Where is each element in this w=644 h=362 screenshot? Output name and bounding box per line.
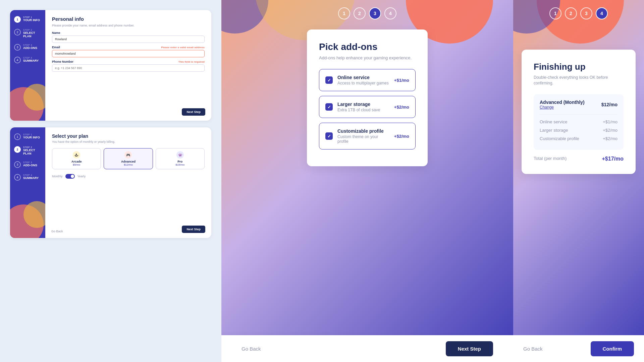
mini-step-num-3: 3: [14, 44, 21, 51]
name-label: Name: [52, 31, 205, 35]
toggle-row: Monthly Yearly: [52, 174, 205, 179]
summary-addon-online: Online service +$1/mo: [540, 119, 618, 124]
center-step-1[interactable]: 1: [338, 7, 350, 19]
summary-addon-storage: Larger storage +$2/mo: [540, 128, 618, 133]
email-label: Email Please enter a valid email address: [52, 46, 205, 49]
card2-back-button[interactable]: Go Back: [51, 230, 63, 233]
monthly-label: Monthly: [52, 175, 63, 178]
pro-icon: 👾: [176, 151, 184, 159]
mini-step-4: 4 STEP 4 SUMMARY: [14, 57, 41, 63]
center-bottom-bar: Go Back Next Step: [221, 335, 513, 362]
personal-info-title: Personal info: [52, 16, 205, 22]
mini-step-1: 1 STEP 1 YOUR INFO: [14, 16, 41, 23]
center-step-2[interactable]: 2: [354, 7, 366, 19]
email-error: Please enter a valid email address: [161, 46, 205, 49]
mini-step-3: 3 STEP 3 ADD-ONS: [14, 44, 41, 51]
finishing-subtitle: Double-check everything looks OK before …: [534, 75, 624, 86]
yearly-label: Yearly: [77, 175, 86, 178]
center-next-step-button[interactable]: Next Step: [446, 341, 493, 356]
summary-profile-label: Customizable profile: [540, 136, 579, 141]
right-go-back-button[interactable]: Go Back: [523, 346, 543, 352]
addon-online-price: +$1/mo: [394, 78, 409, 83]
summary-divider: [540, 114, 618, 115]
center-step-3[interactable]: 3: [369, 7, 381, 19]
phone-error: This field is required: [178, 60, 205, 63]
addon-profile-name: Customizable profile: [337, 128, 389, 134]
summary-storage-price: +$2/mo: [603, 128, 618, 133]
addon-custom-profile[interactable]: ✓ Customizable profile Custom theme on y…: [319, 123, 416, 149]
addons-title: Pick add-ons: [319, 42, 416, 52]
addon-checkbox-online[interactable]: ✓: [325, 76, 333, 84]
card1-next-button[interactable]: Next Step: [182, 108, 205, 116]
mini-step-num-2: 2: [14, 29, 21, 36]
plan-advanced[interactable]: 🎮 Advanced $12/mo: [104, 148, 153, 169]
summary-online-label: Online service: [540, 119, 567, 124]
right-step-1[interactable]: 1: [549, 7, 561, 19]
check-icon-online: ✓: [327, 78, 331, 83]
addon-online-desc: Access to multiplayer games: [337, 81, 389, 85]
mini-step2-3: 3 STEP 3 ADD-ONS: [14, 161, 41, 168]
summary-online-price: +$1/mo: [603, 119, 618, 124]
finishing-up-card: Finishing up Double-check everything loo…: [522, 50, 636, 174]
mini-sidebar-2: 1 STEP 1 YOUR INFO 2 STEP 2 SELECT PLAN …: [10, 127, 45, 238]
finishing-title: Finishing up: [534, 62, 624, 72]
center-panel: 1 2 3 4 Pick add-ons Add-ons help enhanc…: [221, 0, 513, 362]
email-input[interactable]: [52, 50, 205, 57]
confirm-button[interactable]: Confirm: [591, 341, 634, 356]
summary-plan-block: Advanced (Monthly) Change $12/mo Online …: [534, 94, 624, 150]
addon-storage-price: +$2/mo: [394, 105, 409, 110]
summary-plan-row: Advanced (Monthly) Change $12/mo: [540, 100, 618, 110]
right-step-4[interactable]: 4: [596, 7, 608, 19]
addon-storage-desc: Extra 1TB of cloud save: [337, 108, 389, 112]
summary-plan-price: $12/mo: [601, 102, 618, 107]
mini-step2-4: 4 STEP 4 SUMMARY: [14, 174, 41, 181]
billing-toggle[interactable]: [65, 174, 75, 179]
center-steps: 1 2 3 4: [338, 7, 396, 19]
mini-step2-1: 1 STEP 1 YOUR INFO: [14, 133, 41, 140]
addon-online-name: Online service: [337, 75, 389, 80]
right-panel: 1 2 3 4 Finishing up Double-check everyt…: [513, 0, 644, 362]
addons-card: Pick add-ons Add-ons help enhance your g…: [307, 29, 428, 166]
right-step-2[interactable]: 2: [565, 7, 577, 19]
plan-subtitle: You have the option of monthly or yearly…: [52, 140, 205, 143]
addon-storage-name: Larger storage: [337, 102, 389, 107]
addon-online-service[interactable]: ✓ Online service Access to multiplayer g…: [319, 69, 416, 91]
addon-larger-storage[interactable]: ✓ Larger storage Extra 1TB of cloud save…: [319, 96, 416, 118]
select-plan-card: 1 STEP 1 YOUR INFO 2 STEP 2 SELECT PLAN …: [10, 127, 211, 238]
advanced-name: Advanced: [108, 160, 148, 163]
mini-step-num-4: 4: [14, 57, 21, 63]
summary-addon-profile: Customizable profile +$2/mo: [540, 136, 618, 141]
center-step-4[interactable]: 4: [384, 7, 396, 19]
mini-step-2: 2 STEP 2 SELECT PLAN: [14, 29, 41, 38]
right-bottom-bar: Go Back Confirm: [513, 335, 644, 362]
mini-step-num-1: 1: [14, 16, 21, 23]
mini-step2-2: 2 STEP 2 SELECT PLAN: [14, 146, 41, 155]
right-steps: 1 2 3 4: [549, 7, 608, 19]
center-go-back-button[interactable]: Go Back: [241, 346, 261, 352]
left-panel: 1 STEP 1 YOUR INFO 2 STEP 2 SELECT PLAN …: [0, 0, 221, 362]
summary-profile-price: +$2/mo: [603, 136, 618, 141]
plan-pro[interactable]: 👾 Pro $15/mo: [156, 148, 205, 169]
check-icon-profile: ✓: [327, 134, 331, 139]
right-step-3[interactable]: 3: [580, 7, 592, 19]
summary-change-link[interactable]: Change: [540, 105, 585, 110]
personal-info-card: 1 STEP 1 YOUR INFO 2 STEP 2 SELECT PLAN …: [10, 10, 211, 121]
plan-arcade[interactable]: 🕹 Arcade $9/mo: [52, 148, 101, 169]
advanced-icon: 🎮: [124, 151, 132, 159]
select-plan-content: Select your plan You have the option of …: [45, 127, 211, 238]
personal-info-subtitle: Please provide your name, email address …: [52, 24, 205, 27]
name-input[interactable]: [52, 36, 205, 43]
personal-info-content: Personal info Please provide your name, …: [45, 10, 211, 121]
phone-input[interactable]: [52, 64, 205, 72]
addon-checkbox-profile[interactable]: ✓: [325, 132, 333, 140]
addon-checkbox-storage[interactable]: ✓: [325, 103, 333, 111]
addon-profile-desc: Custom theme on your profile: [337, 134, 389, 144]
plan-title: Select your plan: [52, 133, 205, 139]
arcade-name: Arcade: [56, 160, 97, 163]
plans-container: 🕹 Arcade $9/mo 🎮 Advanced $12/mo 👾 Pro $…: [52, 148, 205, 169]
pro-name: Pro: [160, 160, 200, 163]
arcade-price: $9/mo: [56, 163, 97, 166]
summary-storage-label: Larger storage: [540, 128, 568, 133]
card2-next-button[interactable]: Next Step: [182, 226, 205, 233]
right-bg: [513, 0, 644, 44]
